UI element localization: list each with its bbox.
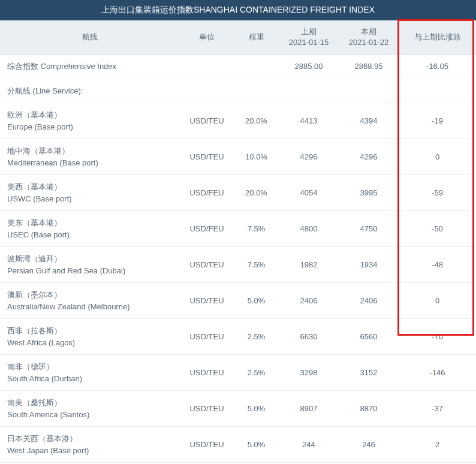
route-cn: 美东（基本港） — [7, 218, 62, 227]
route-cn: 南非（德班） — [7, 362, 54, 371]
cell-route: 波斯湾（迪拜）Persian Gulf and Red Sea (Dubai) — [0, 247, 180, 283]
route-en: West Japan (Base port) — [7, 446, 89, 455]
cell-delta: 2 — [399, 427, 476, 463]
cell-unit: USD/TEU — [180, 247, 234, 283]
table-row: 分航线 (Line Service): — [0, 79, 476, 103]
cell-delta: -146 — [399, 355, 476, 391]
route-cn: 南美（桑托斯） — [7, 398, 62, 407]
cell-weight: 20.0% — [234, 103, 279, 139]
route-cn: 欧洲（基本港） — [7, 110, 62, 119]
cell-prev — [279, 79, 339, 103]
cell-unit: USD/TEU — [180, 103, 234, 139]
cell-curr: 2406 — [339, 283, 399, 319]
cell-weight — [234, 55, 279, 79]
cell-delta — [399, 79, 476, 103]
cell-weight — [234, 79, 279, 103]
cell-weight: 5.0% — [234, 427, 279, 463]
route-en: South Africa (Durban) — [7, 374, 82, 383]
table-row: 欧洲（基本港）Europe (Base port)USD/TEU20.0%441… — [0, 103, 476, 139]
table-row: 美西（基本港）USWC (Base port)USD/FEU20.0%40543… — [0, 175, 476, 211]
header-prev-date: 2021-01-15 — [289, 38, 329, 47]
route-cn: 日本关西（基本港） — [7, 434, 77, 443]
route-cn: 西非（拉各斯） — [7, 326, 62, 335]
cell-weight: 7.5% — [234, 211, 279, 247]
cell-curr: 3152 — [339, 355, 399, 391]
cell-prev: 4296 — [279, 139, 339, 175]
cell-weight: 5.0% — [234, 391, 279, 427]
cell-weight: 2.5% — [234, 319, 279, 355]
header-prev: 上期 2021-01-15 — [279, 20, 339, 55]
cell-prev: 1982 — [279, 247, 339, 283]
header-unit: 单位 — [180, 20, 234, 55]
cell-curr: 4394 — [339, 103, 399, 139]
cell-delta: -50 — [399, 211, 476, 247]
cell-unit: USD/TEU — [180, 139, 234, 175]
route-en: USEC (Base port) — [7, 230, 70, 239]
cell-prev: 6630 — [279, 319, 339, 355]
header-prev-label: 上期 — [301, 27, 317, 36]
table-row: 美东（基本港）USEC (Base port)USD/FEU7.5%480047… — [0, 211, 476, 247]
route-en: Australia/New Zealand (Melbourne) — [7, 302, 129, 311]
cell-unit: USD/TEU — [180, 427, 234, 463]
cell-prev: 4800 — [279, 211, 339, 247]
header-curr: 本期 2021-01-22 — [339, 20, 399, 55]
cell-curr: 2868.95 — [339, 55, 399, 79]
route-cn: 波斯湾（迪拜） — [7, 254, 62, 263]
route-en: West Africa (Lagos) — [7, 338, 75, 347]
cell-route: 美东（基本港）USEC (Base port) — [0, 211, 180, 247]
cell-delta: -59 — [399, 175, 476, 211]
route-cn: 美西（基本港） — [7, 182, 62, 191]
header-weight: 权重 — [234, 20, 279, 55]
cell-route: 南美（桑托斯）South America (Santos) — [0, 391, 180, 427]
cell-curr — [339, 79, 399, 103]
cell-delta: -48 — [399, 247, 476, 283]
table-title: 上海出口集装箱运价指数SHANGHAI CONTAINERIZED FREIGH… — [0, 0, 476, 20]
cell-curr: 1934 — [339, 247, 399, 283]
cell-curr: 4750 — [339, 211, 399, 247]
table-row: 澳新（墨尔本）Australia/New Zealand (Melbourne)… — [0, 283, 476, 319]
cell-curr: 246 — [339, 427, 399, 463]
cell-prev: 8907 — [279, 391, 339, 427]
cell-weight: 2.5% — [234, 355, 279, 391]
cell-prev: 244 — [279, 427, 339, 463]
cell-delta: -19 — [399, 103, 476, 139]
cell-weight: 20.0% — [234, 175, 279, 211]
cell-prev: 4413 — [279, 103, 339, 139]
cell-route: 南非（德班）South Africa (Durban) — [0, 355, 180, 391]
cell-delta: -70 — [399, 319, 476, 355]
cell-route: 地中海（基本港）Mediterranean (Base port) — [0, 139, 180, 175]
cell-unit — [180, 79, 234, 103]
cell-curr: 6560 — [339, 319, 399, 355]
cell-route: 美西（基本港）USWC (Base port) — [0, 175, 180, 211]
cell-delta: 0 — [399, 139, 476, 175]
cell-curr: 8870 — [339, 391, 399, 427]
route-en: Persian Gulf and Red Sea (Dubai) — [7, 266, 125, 275]
route-cn: 综合指数 Comprehensive Index — [7, 62, 116, 71]
table-row: 西非（拉各斯）West Africa (Lagos)USD/TEU2.5%663… — [0, 319, 476, 355]
table-row: 日本关西（基本港）West Japan (Base port)USD/TEU5.… — [0, 427, 476, 463]
cell-unit: USD/TEU — [180, 391, 234, 427]
table-row: 南非（德班）South Africa (Durban)USD/TEU2.5%32… — [0, 355, 476, 391]
cell-weight: 10.0% — [234, 139, 279, 175]
route-en: South America (Santos) — [7, 410, 89, 419]
table-row: 地中海（基本港）Mediterranean (Base port)USD/TEU… — [0, 139, 476, 175]
cell-delta: -16.05 — [399, 55, 476, 79]
cell-route: 西非（拉各斯）West Africa (Lagos) — [0, 319, 180, 355]
table-row: 波斯湾（迪拜）Persian Gulf and Red Sea (Dubai)U… — [0, 247, 476, 283]
header-route: 航线 — [0, 20, 180, 55]
cell-curr: 4296 — [339, 139, 399, 175]
route-cn: 分航线 (Line Service): — [7, 86, 83, 95]
table-row: 南美（桑托斯）South America (Santos)USD/TEU5.0%… — [0, 391, 476, 427]
cell-unit: USD/FEU — [180, 175, 234, 211]
cell-prev: 4054 — [279, 175, 339, 211]
cell-delta: -37 — [399, 391, 476, 427]
route-cn: 澳新（墨尔本） — [7, 290, 62, 299]
cell-weight: 7.5% — [234, 247, 279, 283]
route-en: Europe (Base port) — [7, 122, 73, 131]
header-curr-label: 本期 — [361, 27, 376, 36]
cell-route: 分航线 (Line Service): — [0, 79, 180, 103]
route-en: USWC (Base port) — [7, 194, 72, 203]
cell-route: 日本关西（基本港）West Japan (Base port) — [0, 427, 180, 463]
cell-prev: 2885.00 — [279, 55, 339, 79]
cell-route: 综合指数 Comprehensive Index — [0, 55, 180, 79]
